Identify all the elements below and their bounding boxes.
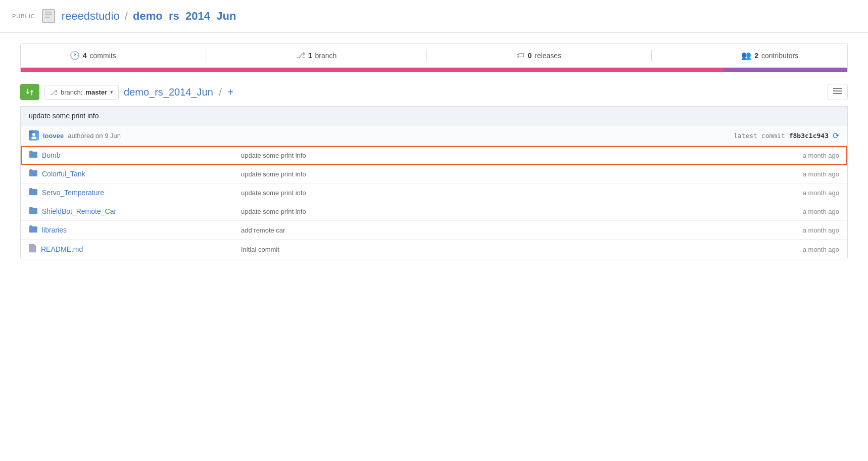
repo-title: reeedstudio / demo_rs_2014_Jun bbox=[62, 10, 236, 23]
folder-icon bbox=[29, 150, 38, 158]
public-badge: PUBLIC bbox=[12, 13, 35, 19]
file-name-col: Servo_Temperature bbox=[29, 188, 241, 198]
repo-book-icon bbox=[40, 8, 57, 24]
branch-icon: ⎇ bbox=[296, 51, 305, 60]
branch-selector[interactable]: ⎇ branch: master ▾ bbox=[44, 85, 119, 100]
releases-count: 0 bbox=[527, 52, 532, 60]
commits-icon: 🕐 bbox=[70, 51, 80, 60]
author-date: authored on 9 Jun bbox=[68, 132, 121, 140]
file-date: a month ago bbox=[768, 189, 839, 197]
file-commit-message: update some print info bbox=[241, 152, 768, 159]
folder-icon bbox=[29, 225, 38, 233]
file-commit-message: update some print info bbox=[241, 189, 768, 197]
stat-divider-1 bbox=[206, 50, 206, 62]
stat-divider-2 bbox=[426, 50, 427, 62]
file-commit-message: Initial commit bbox=[241, 246, 768, 253]
repo-name[interactable]: demo_rs_2014_Jun bbox=[133, 10, 236, 22]
repo-sep: / bbox=[125, 10, 128, 22]
table-row: libraries add remote car a month ago bbox=[21, 221, 847, 240]
svg-rect-0 bbox=[42, 10, 55, 23]
file-commit-message: add remote car bbox=[241, 226, 768, 234]
progress-purple bbox=[724, 68, 847, 72]
author-avatar bbox=[29, 130, 39, 141]
folder-icon bbox=[29, 206, 38, 214]
releases-stat[interactable]: 🏷 0 releases bbox=[508, 49, 569, 62]
table-row: Bomb update some print info a month ago bbox=[21, 146, 847, 165]
commit-hash[interactable]: f8b3c1c943 bbox=[789, 132, 829, 140]
branch-row: ⎇ branch: master ▾ demo_rs_2014_Jun / + bbox=[20, 78, 848, 106]
stat-divider-3 bbox=[651, 50, 652, 62]
list-view-icon bbox=[833, 87, 842, 95]
compare-icon bbox=[25, 87, 34, 97]
commit-message: update some print info bbox=[29, 112, 99, 120]
repo-owner[interactable]: reeedstudio bbox=[62, 10, 120, 22]
file-commit-message: update some print info bbox=[241, 170, 768, 178]
folder-icon bbox=[29, 169, 38, 177]
file-date: a month ago bbox=[768, 170, 839, 178]
contributors-stat[interactable]: 👥 2 contributors bbox=[733, 49, 806, 62]
branch-selector-icon: ⎇ bbox=[50, 88, 58, 96]
commits-stat[interactable]: 🕐 4 commits bbox=[62, 49, 124, 62]
file-rows-container: Bomb update some print info a month ago … bbox=[21, 146, 847, 259]
repo-header: PUBLIC reeedstudio / demo_rs_2014_Jun bbox=[0, 0, 868, 33]
file-date: a month ago bbox=[768, 246, 839, 253]
file-link[interactable]: README.md bbox=[41, 245, 83, 253]
folder-icon bbox=[29, 206, 38, 216]
repo-path-link[interactable]: demo_rs_2014_Jun bbox=[124, 86, 213, 98]
branch-count: 1 bbox=[308, 52, 312, 60]
author-row: loovee authored on 9 Jun latest commit f… bbox=[21, 125, 847, 146]
file-link[interactable]: Servo_Temperature bbox=[42, 189, 104, 197]
file-name-col: Bomb bbox=[29, 150, 241, 160]
file-name-col: README.md bbox=[29, 244, 241, 255]
file-icon bbox=[29, 244, 37, 255]
list-view-button[interactable] bbox=[828, 84, 848, 100]
avatar-icon bbox=[30, 132, 37, 139]
branch-switch-button[interactable] bbox=[20, 84, 39, 100]
folder-icon bbox=[29, 150, 38, 160]
folder-icon bbox=[29, 169, 38, 179]
file-date: a month ago bbox=[768, 152, 839, 159]
file-link[interactable]: libraries bbox=[42, 226, 67, 234]
author-name[interactable]: loovee bbox=[43, 132, 64, 140]
file-link[interactable]: ShieldBot_Remote_Car bbox=[42, 207, 116, 215]
file-date: a month ago bbox=[768, 208, 839, 215]
file-name-col: Colorful_Tank bbox=[29, 169, 241, 179]
folder-icon bbox=[29, 188, 38, 198]
branch-name: master bbox=[85, 88, 107, 96]
path-separator: / bbox=[219, 86, 222, 98]
contributors-label: contributors bbox=[761, 52, 798, 60]
file-icon bbox=[29, 244, 37, 253]
commits-label: commits bbox=[90, 52, 116, 60]
file-table: update some print info loovee authored o… bbox=[20, 106, 848, 259]
file-link[interactable]: Colorful_Tank bbox=[42, 170, 85, 178]
file-name-col: ShieldBot_Remote_Car bbox=[29, 206, 241, 216]
latest-commit-label: latest commit bbox=[734, 132, 785, 140]
file-commit-message: update some print info bbox=[241, 208, 768, 215]
releases-label: releases bbox=[535, 52, 561, 60]
folder-icon bbox=[29, 225, 38, 235]
stats-bar: 🕐 4 commits ⎇ 1 branch 🏷 0 releases 👥 2 … bbox=[20, 43, 848, 68]
repo-path: demo_rs_2014_Jun / + bbox=[124, 86, 233, 98]
commits-count: 4 bbox=[83, 52, 87, 60]
latest-commit-right: latest commit f8b3c1c943 ⟳ bbox=[734, 131, 839, 141]
folder-icon bbox=[29, 188, 38, 196]
table-row: README.md Initial commit a month ago bbox=[21, 240, 847, 259]
table-row: Servo_Temperature update some print info… bbox=[21, 183, 847, 202]
branch-stat[interactable]: ⎇ 1 branch bbox=[288, 49, 345, 62]
progress-pink bbox=[21, 68, 724, 72]
branch-left: ⎇ branch: master ▾ demo_rs_2014_Jun / + bbox=[20, 84, 233, 100]
contributors-icon: 👥 bbox=[741, 51, 751, 60]
file-name-col: libraries bbox=[29, 225, 241, 235]
file-date: a month ago bbox=[768, 226, 839, 234]
file-link[interactable]: Bomb bbox=[42, 151, 61, 159]
branch-label: branch bbox=[315, 52, 337, 60]
path-plus-link[interactable]: + bbox=[228, 86, 234, 98]
main-content: 🕐 4 commits ⎇ 1 branch 🏷 0 releases 👥 2 … bbox=[0, 33, 868, 269]
contributors-count: 2 bbox=[754, 52, 758, 60]
svg-point-7 bbox=[32, 133, 35, 136]
history-icon[interactable]: ⟳ bbox=[833, 131, 839, 141]
language-progress-bar bbox=[20, 68, 848, 72]
table-row: ShieldBot_Remote_Car update some print i… bbox=[21, 202, 847, 221]
table-row: Colorful_Tank update some print info a m… bbox=[21, 165, 847, 183]
branch-prefix: branch: bbox=[61, 88, 82, 96]
